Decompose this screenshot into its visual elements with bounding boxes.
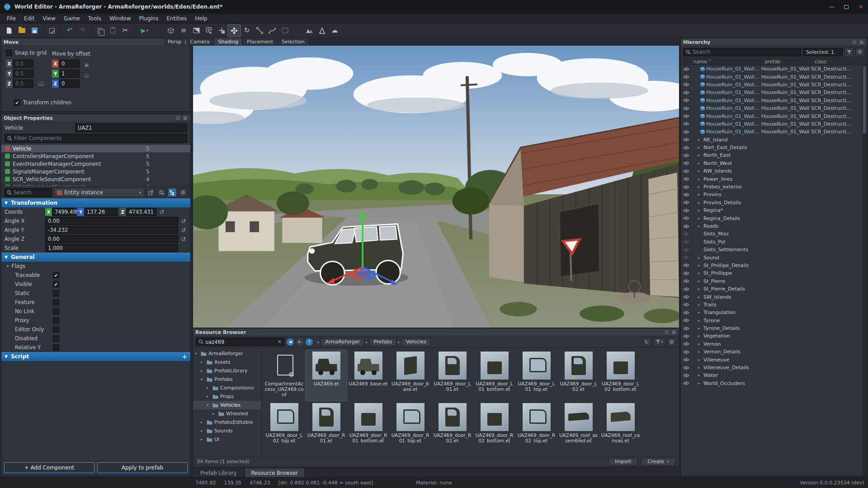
reset-icon[interactable]: ↺ [180, 218, 187, 225]
viewport-scene[interactable] [193, 46, 679, 328]
play-dropdown-arrow-icon[interactable]: ▾ [146, 28, 148, 33]
column-class[interactable]: class [815, 59, 867, 64]
add-script-icon[interactable]: + [182, 353, 187, 360]
light-button[interactable] [316, 25, 328, 37]
menu-item[interactable]: Help [191, 14, 211, 23]
tree-folder[interactable]: ▸ Assets [193, 358, 261, 366]
search-properties-button[interactable] [157, 188, 166, 197]
hierarchy-group-row[interactable]: ▸ Water [681, 371, 867, 379]
visibility-eye-icon[interactable] [681, 334, 692, 338]
visibility-eye-icon[interactable] [681, 90, 692, 95]
camera-settings-button[interactable]: ≡ [177, 25, 190, 37]
tree-folder[interactable]: ▸ PrefabsEditable [193, 418, 261, 427]
flag-checkbox[interactable] [53, 344, 59, 351]
hierarchy-entity-row[interactable]: HouseRuin_01_Wall... HouseRuin_01_Wall S… [681, 73, 867, 80]
dock-tab[interactable]: Resource Browser [245, 468, 305, 477]
visibility-eye-icon[interactable] [681, 326, 692, 331]
expand-arrow-icon[interactable]: ▸ [698, 279, 703, 283]
new-file-button[interactable] [3, 25, 15, 37]
visibility-eye-icon[interactable] [681, 232, 692, 236]
resource-item[interactable]: UAZ469_door_R01.et [306, 402, 347, 452]
hierarchy-group-row[interactable]: ▸ Vernon_Details [681, 348, 867, 356]
resource-item[interactable]: UAZ469_door_R02_top.et [516, 402, 557, 452]
float-panel-icon[interactable]: ⊡ [664, 330, 670, 335]
viewport-mode-tab[interactable]: Persp [164, 38, 185, 45]
paste-button[interactable] [106, 25, 119, 37]
expand-arrow-icon[interactable]: ▾ [201, 377, 205, 381]
offset-z-field[interactable]: 0 [59, 80, 80, 88]
visibility-eye-icon[interactable] [681, 153, 692, 158]
scale-tool-button[interactable] [253, 25, 266, 37]
menu-item[interactable]: Window [105, 14, 135, 23]
hierarchy-entity-row[interactable]: HouseRuin_01_Wall... HouseRuin_01_Wall S… [681, 128, 867, 136]
hierarchy-group-row[interactable]: ▸ Vernon [681, 340, 867, 348]
dock-tab[interactable]: Prefab Library [193, 468, 244, 477]
hierarchy-group-row[interactable]: ▸ Villeneuve [681, 356, 867, 363]
hierarchy-group-row[interactable]: ▸ NE_Island [681, 136, 867, 144]
visibility-eye-icon[interactable] [681, 208, 692, 213]
resource-item[interactable]: UAZ469_door_L02_bottom.et [600, 350, 641, 401]
expand-arrow-icon[interactable]: ▸ [201, 420, 205, 424]
tree-folder[interactable]: ▾ Vehicles [193, 401, 261, 409]
flag-checkbox[interactable] [53, 335, 59, 342]
resource-item[interactable]: UAZ469_door_R01_bottom.et [348, 402, 389, 452]
move-offset-button[interactable] [215, 25, 228, 37]
reset-icon[interactable]: ↺ [180, 227, 187, 234]
resource-search[interactable]: ✕ [196, 338, 284, 346]
expand-arrow-icon[interactable]: ▸ [698, 381, 703, 385]
flag-checkbox[interactable] [53, 290, 59, 296]
hierarchy-view-button[interactable] [168, 188, 177, 197]
float-panel-icon[interactable]: ⊡ [851, 40, 857, 45]
visibility-eye-icon[interactable] [681, 373, 692, 378]
visibility-eye-icon[interactable] [681, 224, 692, 229]
menu-item[interactable]: Tools [84, 14, 106, 23]
expand-arrow-icon[interactable]: ▸ [698, 216, 703, 221]
visibility-eye-icon[interactable] [681, 200, 692, 205]
close-panel-icon[interactable]: ⊠ [182, 116, 188, 121]
visibility-eye-icon[interactable] [681, 161, 692, 165]
reset-icon[interactable]: ↺ [158, 209, 165, 216]
refresh-button[interactable]: ↻ [642, 338, 651, 347]
maximize-button[interactable] [839, 0, 854, 14]
hierarchy-settings-button[interactable]: ⚙ [855, 47, 864, 56]
translate-tool-button[interactable] [228, 25, 241, 37]
column-prefab[interactable]: prefab [765, 59, 815, 64]
resource-item[interactable]: UAZ469_door_base.et [390, 350, 431, 401]
cut-button[interactable]: ✂ [119, 25, 132, 37]
snap-more-button[interactable]: ... [37, 80, 46, 87]
resource-item[interactable]: UAZ469_door_R02_bottom.et [474, 402, 515, 452]
expand-arrow-icon[interactable]: ▸ [698, 319, 703, 323]
hierarchy-group-row[interactable]: ▸ Probes_exterior [681, 183, 867, 191]
terrain-button[interactable] [303, 25, 316, 37]
expand-arrow-icon[interactable]: ▸ [201, 437, 205, 441]
component-row[interactable]: Vehicle 5 [1, 145, 190, 152]
snap-z-field[interactable]: 0.5 [13, 80, 33, 88]
weather-button[interactable]: ☁ [328, 25, 341, 37]
tree-folder[interactable]: ▸ PrefabLibrary [193, 366, 261, 375]
visibility-eye-icon[interactable] [681, 279, 692, 283]
visibility-eye-icon[interactable] [681, 302, 692, 307]
vehicle-name-field[interactable]: UAZ1 [75, 123, 187, 132]
shading-button[interactable] [190, 25, 203, 37]
filter-button[interactable]: ▾ [653, 338, 665, 347]
tree-folder[interactable]: ▸ Compositions [193, 384, 261, 392]
expand-arrow-icon[interactable]: ▸ [698, 208, 703, 212]
offset-minus-button[interactable]: - [83, 72, 90, 80]
apply-to-prefab-button[interactable]: Apply to prefab [97, 462, 188, 473]
entity-instance-dropdown[interactable]: Entity instance ▾ [54, 188, 144, 197]
expand-arrow-icon[interactable]: ▸ [698, 295, 703, 299]
menu-item[interactable]: Plugins [135, 14, 162, 23]
menu-item[interactable]: Entities [162, 14, 191, 23]
expand-arrow-icon[interactable]: ▸ [698, 145, 703, 150]
flag-checkbox[interactable] [53, 317, 59, 324]
export-button[interactable] [46, 25, 58, 37]
hierarchy-group-row[interactable]: ▸ SW_Islands [681, 293, 867, 300]
expand-arrow-icon[interactable]: ▸ [698, 161, 703, 165]
general-section-header[interactable]: ▼ General [1, 253, 190, 262]
visibility-eye-icon[interactable] [681, 350, 692, 354]
undo-button[interactable]: ↶ [63, 25, 76, 37]
visibility-eye-icon[interactable] [681, 239, 692, 244]
close-panel-icon[interactable]: ⊠ [859, 40, 864, 45]
browser-settings-button[interactable]: ⚙ [667, 338, 676, 347]
property-search-input[interactable] [14, 189, 49, 196]
